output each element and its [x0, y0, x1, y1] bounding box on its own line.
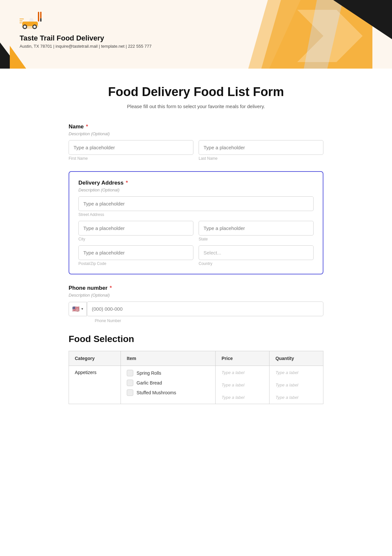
- phone-label: Phone number *: [69, 285, 323, 291]
- items-cell: Spring Rolls Garlic Bread Stuffed Mushro…: [121, 366, 216, 404]
- col-item: Item: [121, 351, 216, 366]
- svg-rect-9: [40, 18, 41, 22]
- svg-marker-6: [29, 18, 34, 22]
- svg-rect-7: [38, 12, 39, 22]
- street-group: Street Address: [78, 196, 314, 217]
- chevron-down-icon: ▾: [81, 307, 83, 311]
- item-name-1: Spring Rolls: [137, 370, 161, 376]
- zip-input[interactable]: [78, 245, 193, 260]
- last-name-input[interactable]: [199, 140, 323, 155]
- name-section: Name * Description (Optional) First Name…: [69, 123, 323, 161]
- item-checkbox-2[interactable]: [127, 380, 133, 386]
- col-price: Price: [216, 351, 270, 366]
- col-quantity: Quantity: [270, 351, 323, 366]
- shape-orange-bl: [10, 46, 26, 69]
- header-decoration: [222, 0, 392, 69]
- address-desc: Description (Optional): [78, 188, 314, 192]
- price-label-2: Type a label: [221, 383, 244, 387]
- phone-section: Phone number * Description (Optional) 🇺🇸…: [69, 285, 323, 323]
- price-label-3: Type a label: [221, 395, 244, 400]
- street-input[interactable]: [78, 196, 314, 211]
- main-content: Food Delivery Food List Form Please fill…: [49, 69, 343, 441]
- logo-area: Taste Trail Food Delivery Austin, TX 787…: [20, 9, 152, 49]
- col-category: Category: [69, 351, 121, 366]
- name-label: Name *: [69, 123, 323, 130]
- company-info: Austin, TX 78701 | inquire@tastetrail.ma…: [20, 44, 152, 49]
- food-table-header: Category Item Price Quantity: [69, 351, 323, 366]
- address-label: Delivery Address *: [78, 180, 314, 186]
- phone-input-row: 🇺🇸 ▾: [69, 302, 323, 316]
- state-sublabel: State: [199, 237, 314, 241]
- form-subtitle: Please fill out this form to select your…: [69, 104, 323, 109]
- form-title: Food Delivery Food List Form: [69, 85, 323, 99]
- first-name-sublabel: First Name: [69, 156, 193, 161]
- phone-required: *: [108, 285, 112, 291]
- address-required: *: [124, 180, 128, 186]
- zip-country-row: Postal/Zip Code Select... Country: [78, 245, 314, 266]
- food-selection-section: Food Selection Category Item Price Quant…: [69, 334, 323, 404]
- price-label-1: Type a label: [221, 370, 244, 375]
- flag-emoji: 🇺🇸: [72, 305, 79, 313]
- quantities-cell: Type a label Type a label Type a label: [270, 366, 323, 404]
- quantity-label-1: Type a label: [275, 370, 298, 375]
- name-required: *: [84, 123, 88, 130]
- phone-desc: Description (Optional): [69, 293, 323, 298]
- delivery-address-section: Delivery Address * Description (Optional…: [69, 171, 323, 274]
- country-group: Select... Country: [199, 245, 314, 266]
- item-name-2: Garlic Bread: [137, 380, 162, 385]
- item-checkbox-1[interactable]: [127, 370, 133, 376]
- food-table-body: Appetizers Spring Rolls Garlic Bread: [69, 366, 323, 404]
- svg-point-5: [33, 25, 36, 28]
- city-input[interactable]: [78, 221, 193, 236]
- name-desc: Description (Optional): [69, 131, 323, 136]
- quantity-label-3: Type a label: [275, 395, 298, 400]
- item-name-3: Stuffed Mushrooms: [137, 390, 176, 395]
- first-name-input[interactable]: [69, 140, 193, 155]
- quantity-label-2: Type a label: [275, 383, 298, 387]
- city-group: City: [78, 221, 193, 241]
- state-input[interactable]: [199, 221, 314, 236]
- phone-country-selector[interactable]: 🇺🇸 ▾: [69, 302, 87, 316]
- prices-cell: Type a label Type a label Type a label: [216, 366, 270, 404]
- last-name-sublabel: Last Name: [199, 156, 323, 161]
- svg-point-3: [24, 25, 26, 28]
- page-header: Taste Trail Food Delivery Austin, TX 787…: [0, 0, 392, 69]
- food-table: Category Item Price Quantity Appetizers …: [69, 351, 323, 404]
- zip-sublabel: Postal/Zip Code: [78, 261, 193, 266]
- last-name-group: Last Name: [199, 140, 323, 161]
- country-sublabel: Country: [199, 261, 314, 266]
- table-row: Appetizers Spring Rolls Garlic Bread: [69, 366, 323, 404]
- city-sublabel: City: [78, 237, 193, 241]
- food-item-row: Stuffed Mushrooms: [127, 389, 209, 396]
- phone-sublabel: Phone Number: [95, 319, 121, 323]
- country-select[interactable]: Select...: [199, 245, 314, 260]
- zip-group: Postal/Zip Code: [78, 245, 193, 266]
- logo-icon: [20, 9, 46, 32]
- street-row: Street Address: [78, 196, 314, 217]
- food-item-row: Garlic Bread: [127, 380, 209, 386]
- first-name-group: First Name: [69, 140, 193, 161]
- phone-number-input[interactable]: [87, 302, 323, 316]
- category-cell: Appetizers: [69, 366, 121, 404]
- state-group: State: [199, 221, 314, 241]
- svg-rect-8: [40, 12, 41, 18]
- city-state-row: City State: [78, 221, 314, 241]
- item-checkbox-3[interactable]: [127, 389, 133, 396]
- company-name: Taste Trail Food Delivery: [20, 34, 152, 42]
- food-item-row: Spring Rolls: [127, 370, 209, 376]
- street-sublabel: Street Address: [78, 212, 314, 217]
- name-input-row: First Name Last Name: [69, 140, 323, 161]
- food-section-title: Food Selection: [69, 334, 323, 344]
